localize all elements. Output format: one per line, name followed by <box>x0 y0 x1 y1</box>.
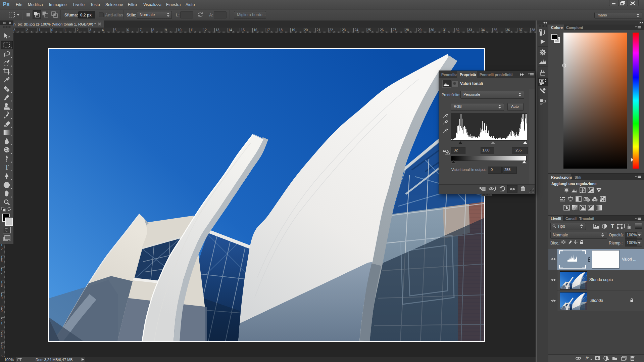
svg-text:14: 14 <box>228 28 232 32</box>
svg-text:25: 25 <box>367 28 371 32</box>
svg-text:5: 5 <box>114 28 116 32</box>
svg-text:33: 33 <box>468 28 473 32</box>
svg-text:9: 9 <box>1 296 3 300</box>
svg-text:15: 15 <box>241 28 245 32</box>
svg-text:19: 19 <box>291 28 295 32</box>
svg-text:18: 18 <box>279 28 283 32</box>
svg-text:27: 27 <box>393 28 397 32</box>
svg-text:26: 26 <box>380 28 384 32</box>
svg-text:7: 7 <box>1 271 3 275</box>
svg-text:8: 8 <box>152 28 154 32</box>
svg-text:2: 2 <box>1 334 3 337</box>
svg-text:31: 31 <box>443 28 447 32</box>
svg-text:16: 16 <box>253 28 257 32</box>
svg-text:2: 2 <box>26 28 28 32</box>
svg-text:6: 6 <box>127 28 129 32</box>
svg-text:22: 22 <box>329 28 333 32</box>
svg-text:32: 32 <box>456 28 460 32</box>
svg-text:28: 28 <box>405 28 409 32</box>
svg-text:11: 11 <box>190 28 194 32</box>
svg-text:3: 3 <box>13 28 15 32</box>
svg-text:21: 21 <box>317 28 321 32</box>
svg-text:38: 38 <box>532 28 536 32</box>
svg-text:T: T <box>611 223 614 229</box>
svg-text:2: 2 <box>77 28 79 32</box>
svg-text:29: 29 <box>418 28 422 32</box>
svg-text:24: 24 <box>355 28 359 32</box>
svg-text:20: 20 <box>304 28 308 32</box>
svg-text:37: 37 <box>519 28 523 32</box>
svg-text:9: 9 <box>165 28 167 32</box>
svg-text:1: 1 <box>1 321 3 325</box>
svg-text:0: 0 <box>1 309 3 313</box>
svg-text:1: 1 <box>39 28 41 32</box>
svg-text:30: 30 <box>431 28 435 32</box>
svg-text:34: 34 <box>481 28 485 32</box>
svg-text:0: 0 <box>51 28 53 32</box>
svg-text:4: 4 <box>102 28 104 32</box>
svg-text:6: 6 <box>1 259 3 263</box>
svg-text:23: 23 <box>342 28 346 32</box>
svg-text:T: T <box>5 164 9 171</box>
svg-text:36: 36 <box>506 28 510 32</box>
svg-text:17: 17 <box>266 28 270 32</box>
svg-text:3: 3 <box>89 28 91 32</box>
svg-text:8: 8 <box>1 284 3 287</box>
svg-text:13: 13 <box>216 28 220 32</box>
svg-text:1: 1 <box>64 28 66 32</box>
svg-text:10: 10 <box>178 28 182 32</box>
svg-text:12: 12 <box>203 28 207 32</box>
svg-text:7: 7 <box>140 28 142 32</box>
svg-text:3: 3 <box>1 346 3 350</box>
svg-text:35: 35 <box>494 28 498 32</box>
svg-text:5: 5 <box>1 246 3 250</box>
